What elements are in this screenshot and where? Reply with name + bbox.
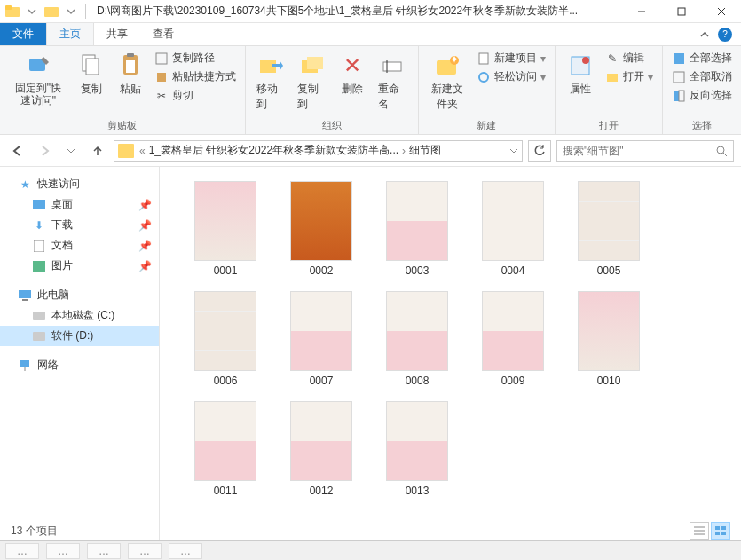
down2-icon[interactable] [62, 3, 80, 20]
svg-rect-47 [721, 526, 726, 530]
view-icons-button[interactable] [711, 522, 730, 540]
file-item[interactable]: 0001 [177, 177, 273, 280]
view-details-button[interactable] [690, 522, 709, 540]
group-new: 新建 [426, 117, 548, 134]
group-clipboard: 剪贴板 [7, 117, 238, 134]
file-item[interactable]: 0013 [369, 398, 465, 501]
file-name: 0004 [501, 264, 525, 277]
file-item[interactable]: 0002 [273, 177, 369, 280]
recent-dropdown[interactable] [60, 140, 82, 162]
delete-button[interactable]: ✕ 删除 [335, 50, 369, 99]
forward-button[interactable] [34, 140, 55, 162]
svg-text:✦: ✦ [450, 55, 459, 66]
file-item[interactable]: 0004 [465, 177, 561, 280]
help-icon[interactable]: ? [718, 28, 732, 42]
sidebar-downloads[interactable]: ⬇下载📌 [0, 215, 159, 235]
newitem-button[interactable]: 新建项目▾ [475, 50, 548, 67]
file-item[interactable]: 0006 [177, 288, 273, 390]
file-item[interactable]: 0005 [561, 177, 657, 280]
search-field[interactable] [563, 145, 715, 157]
edit-button[interactable]: ✎编辑 [603, 50, 655, 67]
expand-ribbon-icon[interactable] [700, 30, 709, 39]
down-icon[interactable] [23, 3, 41, 20]
svg-rect-14 [157, 73, 166, 82]
search-icon[interactable] [715, 145, 728, 157]
paste-button[interactable]: 粘贴 [114, 50, 147, 99]
rename-button[interactable]: 重命名 [374, 50, 411, 114]
newfolder-button[interactable]: ✦ 新建文件夹 [426, 50, 469, 114]
tab-share[interactable]: 共享 [94, 23, 140, 45]
breadcrumb[interactable]: « 1_裳格皇后 针织衫女2022年秋冬季新款女装防半高... › 细节图 [114, 140, 523, 162]
group-organize: 组织 [253, 117, 411, 134]
svg-point-24 [479, 73, 488, 82]
svg-rect-38 [22, 299, 28, 301]
file-list: 0001000200030004000500060007000800090010… [160, 167, 741, 540]
file-item[interactable]: 0010 [561, 288, 657, 390]
svg-rect-37 [19, 290, 31, 298]
taskbar-item: … [169, 543, 202, 559]
refresh-button[interactable] [528, 140, 551, 162]
delete-label: 删除 [342, 82, 363, 97]
copyto-button[interactable]: 复制到 [294, 50, 330, 114]
svg-rect-49 [721, 532, 726, 535]
titlebar: D:\网商图片下载\20230109_160734共下图5个地址\1_裳格皇后 … [0, 0, 741, 23]
sidebar-drive-c[interactable]: 本地磁盘 (C:) [0, 305, 159, 326]
selectall-button[interactable]: 全部选择 [670, 50, 734, 67]
sidebar-pictures[interactable]: 图片📌 [0, 256, 159, 276]
file-name: 0013 [406, 485, 430, 497]
up-button[interactable] [87, 140, 108, 162]
minimize-button[interactable] [621, 0, 661, 23]
search-input[interactable] [556, 140, 734, 162]
pin-button[interactable]: 固定到"快速访问" [7, 50, 69, 109]
ribbon: 固定到"快速访问" 复制 粘贴 复制路径 粘贴快捷方式 ✂剪切 剪贴板 移动到 [0, 46, 741, 135]
taskbar-fragment: … … … … … [0, 540, 741, 560]
newfolder-label: 新建文件夹 [430, 82, 466, 112]
taskbar-item: … [5, 543, 39, 559]
svg-rect-31 [679, 91, 684, 101]
taskbar-item: … [128, 543, 162, 559]
open-button[interactable]: 打开▾ [603, 68, 655, 85]
pasteshortcut-button[interactable]: 粘贴快捷方式 [153, 68, 238, 85]
file-item[interactable]: 0012 [273, 398, 369, 501]
file-item[interactable]: 0008 [369, 288, 465, 390]
close-button[interactable] [701, 0, 741, 23]
file-item[interactable]: 0011 [177, 398, 273, 501]
folder-icon [4, 3, 21, 20]
svg-rect-40 [33, 332, 45, 341]
copy-button[interactable]: 复制 [75, 50, 108, 99]
svg-rect-28 [674, 53, 684, 64]
crumb-current[interactable]: 细节图 [409, 143, 441, 158]
sidebar-desktop[interactable]: 桌面📌 [0, 194, 159, 215]
svg-rect-39 [33, 312, 45, 320]
svg-rect-1 [5, 5, 12, 10]
sidebar-network[interactable]: 网络 [0, 355, 159, 375]
file-thumbnail [290, 401, 352, 481]
tab-view[interactable]: 查看 [140, 23, 186, 45]
file-thumbnail [194, 181, 256, 261]
file-name: 0007 [310, 375, 334, 387]
file-item[interactable]: 0003 [369, 177, 465, 280]
moveto-button[interactable]: 移动到 [253, 50, 289, 114]
selectnone-button[interactable]: 全部取消 [670, 68, 734, 85]
svg-rect-17 [307, 57, 323, 69]
sidebar-drive-d[interactable]: 软件 (D:) [0, 326, 159, 346]
cut-button[interactable]: ✂剪切 [153, 87, 238, 104]
crumb-dropdown-icon[interactable] [509, 146, 518, 155]
sidebar-thispc[interactable]: 此电脑 [0, 285, 159, 305]
file-thumbnail [194, 291, 256, 371]
easyaccess-button[interactable]: 轻松访问▾ [475, 68, 548, 85]
invertsel-button[interactable]: 反向选择 [670, 87, 734, 104]
sidebar-quickaccess[interactable]: ★快速访问 [0, 174, 159, 194]
copypath-button[interactable]: 复制路径 [153, 50, 238, 67]
group-open: 打开 [563, 117, 655, 134]
file-item[interactable]: 0009 [465, 288, 561, 390]
tab-file[interactable]: 文件 [0, 23, 46, 45]
crumb-parent[interactable]: 1_裳格皇后 针织衫女2022年秋冬季新款女装防半高... [149, 143, 398, 158]
properties-button[interactable]: 属性 [563, 50, 598, 99]
file-item[interactable]: 0007 [273, 288, 369, 390]
maximize-button[interactable] [661, 0, 701, 23]
tab-home[interactable]: 主页 [46, 23, 94, 45]
sidebar: ★快速访问 桌面📌 ⬇下载📌 文档📌 图片📌 此电脑 本地磁盘 (C:) 软件 … [0, 167, 160, 540]
back-button[interactable] [7, 140, 28, 162]
sidebar-documents[interactable]: 文档📌 [0, 235, 159, 256]
